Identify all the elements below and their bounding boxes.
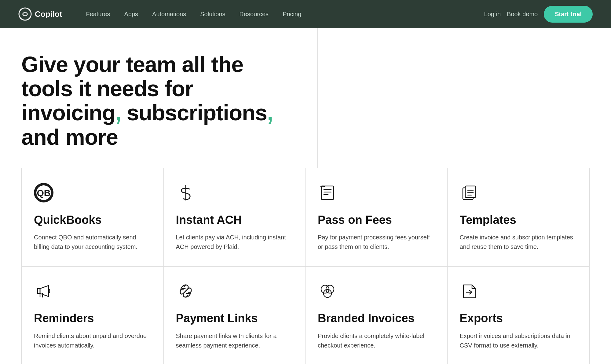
feature-pass-on-fees-desc: Pay for payment processing fees yourself… bbox=[318, 233, 435, 252]
feature-pass-on-fees-title: Pass on Fees bbox=[318, 213, 435, 227]
megaphone-icon bbox=[34, 281, 53, 301]
nav-apps[interactable]: Apps bbox=[119, 8, 144, 20]
feature-reminders: Reminders Remind clients about unpaid an… bbox=[22, 267, 164, 364]
dollar-icon bbox=[176, 183, 196, 202]
feature-branded-invoices-title: Branded Invoices bbox=[318, 312, 435, 325]
svg-rect-4 bbox=[321, 186, 334, 199]
feature-reminders-title: Reminders bbox=[34, 312, 151, 325]
navbar: Copilot Features Apps Automations Soluti… bbox=[0, 0, 611, 28]
hero-section: Give your team all the tools it needs fo… bbox=[0, 28, 318, 168]
feature-quickbooks: QB QuickBooks Connect QBO and automatica… bbox=[22, 168, 164, 267]
feature-exports-desc: Export invoices and subscriptions data i… bbox=[460, 331, 577, 350]
feature-payment-links-desc: Share payment links with clients for a s… bbox=[176, 331, 293, 350]
nav-resources[interactable]: Resources bbox=[234, 8, 274, 20]
quickbooks-icon: QB bbox=[34, 183, 53, 202]
nav-actions: Log in Book demo Start trial bbox=[484, 6, 593, 23]
start-trial-button[interactable]: Start trial bbox=[544, 6, 593, 23]
link-icon bbox=[176, 281, 196, 301]
nav-links: Features Apps Automations Solutions Reso… bbox=[81, 8, 484, 20]
feature-pass-on-fees: Pass on Fees Pay for payment processing … bbox=[306, 168, 448, 267]
feature-templates: Templates Create invoice and subscriptio… bbox=[448, 168, 590, 267]
feature-reminders-desc: Remind clients about unpaid and overdue … bbox=[34, 331, 151, 350]
feature-payment-links: Payment Links Share payment links with c… bbox=[164, 267, 306, 364]
receipt-icon bbox=[318, 183, 337, 202]
nav-pricing[interactable]: Pricing bbox=[277, 8, 307, 20]
svg-line-15 bbox=[185, 290, 187, 292]
hero-content: Give your team all the tools it needs fo… bbox=[0, 28, 317, 168]
quickbooks-icon-container: QB bbox=[34, 183, 53, 202]
book-demo-link[interactable]: Book demo bbox=[507, 11, 538, 18]
logo[interactable]: Copilot bbox=[18, 7, 62, 21]
templates-icon bbox=[460, 183, 479, 202]
svg-text:QB: QB bbox=[37, 187, 51, 198]
feature-exports-title: Exports bbox=[460, 312, 577, 325]
feature-branded-invoices-desc: Provide clients a completely white-label… bbox=[318, 331, 435, 350]
logo-text: Copilot bbox=[35, 9, 62, 19]
feature-instant-ach-title: Instant ACH bbox=[176, 213, 293, 227]
feature-templates-title: Templates bbox=[460, 213, 577, 227]
feature-branded-invoices: Branded Invoices Provide clients a compl… bbox=[306, 267, 448, 364]
login-link[interactable]: Log in bbox=[484, 11, 501, 18]
nav-features[interactable]: Features bbox=[81, 8, 116, 20]
svg-point-0 bbox=[19, 8, 31, 20]
nav-automations[interactable]: Automations bbox=[147, 8, 192, 20]
feature-exports: Exports Export invoices and subscription… bbox=[448, 267, 590, 364]
hero-right bbox=[318, 28, 611, 168]
circles-icon bbox=[318, 281, 337, 301]
export-icon bbox=[460, 281, 479, 301]
nav-solutions[interactable]: Solutions bbox=[195, 8, 231, 20]
feature-instant-ach: Instant ACH Let clients pay via ACH, inc… bbox=[164, 168, 306, 267]
svg-rect-9 bbox=[465, 186, 476, 198]
features-grid: QB QuickBooks Connect QBO and automatica… bbox=[21, 168, 590, 364]
feature-quickbooks-title: QuickBooks bbox=[34, 213, 151, 227]
feature-payment-links-title: Payment Links bbox=[176, 312, 293, 325]
feature-quickbooks-desc: Connect QBO and automatically send billi… bbox=[34, 233, 151, 252]
feature-instant-ach-desc: Let clients pay via ACH, including insta… bbox=[176, 233, 293, 252]
feature-templates-desc: Create invoice and subscription template… bbox=[460, 233, 577, 252]
hero-title: Give your team all the tools it needs fo… bbox=[21, 53, 296, 149]
